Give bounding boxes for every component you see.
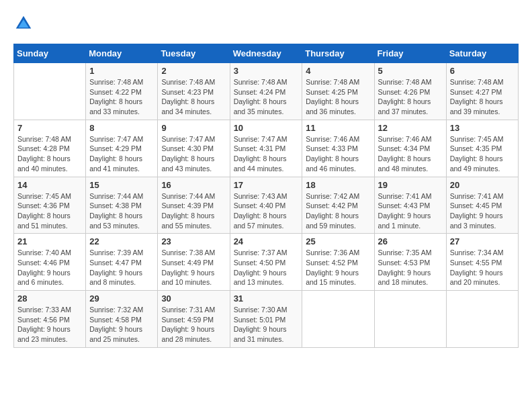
weekday-header-monday: Monday xyxy=(86,44,158,63)
day-number: 10 xyxy=(234,123,299,133)
calendar-body: 1Sunrise: 7:48 AM Sunset: 4:22 PM Daylig… xyxy=(14,63,519,348)
day-number: 20 xyxy=(450,180,515,190)
calendar-week-4: 21Sunrise: 7:40 AM Sunset: 4:46 PM Dayli… xyxy=(14,234,519,291)
calendar-cell: 31Sunrise: 7:30 AM Sunset: 5:01 PM Dayli… xyxy=(230,291,302,348)
day-detail: Sunrise: 7:33 AM Sunset: 4:56 PM Dayligh… xyxy=(17,305,82,345)
weekday-header-tuesday: Tuesday xyxy=(158,44,230,63)
calendar-cell: 23Sunrise: 7:38 AM Sunset: 4:49 PM Dayli… xyxy=(158,234,230,291)
calendar-header-row: SundayMondayTuesdayWednesdayThursdayFrid… xyxy=(14,44,519,63)
calendar-cell: 11Sunrise: 7:46 AM Sunset: 4:33 PM Dayli… xyxy=(302,120,374,177)
day-number: 17 xyxy=(234,180,299,190)
calendar-cell: 26Sunrise: 7:35 AM Sunset: 4:53 PM Dayli… xyxy=(374,234,446,291)
calendar-cell: 13Sunrise: 7:45 AM Sunset: 4:35 PM Dayli… xyxy=(446,120,518,177)
calendar-cell: 5Sunrise: 7:48 AM Sunset: 4:26 PM Daylig… xyxy=(374,63,446,120)
day-detail: Sunrise: 7:46 AM Sunset: 4:33 PM Dayligh… xyxy=(306,134,370,174)
day-detail: Sunrise: 7:48 AM Sunset: 4:28 PM Dayligh… xyxy=(17,134,82,174)
calendar-cell: 29Sunrise: 7:32 AM Sunset: 4:58 PM Dayli… xyxy=(86,291,158,348)
day-number: 7 xyxy=(17,123,82,133)
day-detail: Sunrise: 7:37 AM Sunset: 4:50 PM Dayligh… xyxy=(234,248,299,287)
day-detail: Sunrise: 7:42 AM Sunset: 4:42 PM Dayligh… xyxy=(306,191,370,231)
day-number: 2 xyxy=(161,66,226,76)
calendar-cell: 14Sunrise: 7:45 AM Sunset: 4:36 PM Dayli… xyxy=(14,177,86,234)
calendar-cell: 27Sunrise: 7:34 AM Sunset: 4:55 PM Dayli… xyxy=(446,234,518,291)
page-header xyxy=(13,13,519,34)
calendar-cell: 10Sunrise: 7:47 AM Sunset: 4:31 PM Dayli… xyxy=(230,120,302,177)
calendar-cell: 30Sunrise: 7:31 AM Sunset: 4:59 PM Dayli… xyxy=(158,291,230,348)
weekday-header-thursday: Thursday xyxy=(302,44,374,63)
day-detail: Sunrise: 7:48 AM Sunset: 4:22 PM Dayligh… xyxy=(89,77,154,117)
calendar-cell: 6Sunrise: 7:48 AM Sunset: 4:27 PM Daylig… xyxy=(446,63,518,120)
weekday-header-wednesday: Wednesday xyxy=(230,44,302,63)
day-number: 8 xyxy=(89,123,154,133)
day-number: 11 xyxy=(306,123,370,133)
day-number: 15 xyxy=(89,180,154,190)
calendar-cell xyxy=(446,291,518,348)
day-number: 30 xyxy=(161,293,226,304)
day-detail: Sunrise: 7:43 AM Sunset: 4:40 PM Dayligh… xyxy=(234,191,299,231)
calendar-cell: 9Sunrise: 7:47 AM Sunset: 4:30 PM Daylig… xyxy=(158,120,230,177)
day-number: 6 xyxy=(450,66,515,76)
day-number: 5 xyxy=(378,66,443,76)
day-detail: Sunrise: 7:44 AM Sunset: 4:39 PM Dayligh… xyxy=(161,191,226,231)
calendar-cell: 21Sunrise: 7:40 AM Sunset: 4:46 PM Dayli… xyxy=(14,234,86,291)
day-number: 21 xyxy=(17,236,82,246)
day-detail: Sunrise: 7:30 AM Sunset: 5:01 PM Dayligh… xyxy=(234,305,299,345)
day-number: 24 xyxy=(234,236,299,246)
day-detail: Sunrise: 7:45 AM Sunset: 4:35 PM Dayligh… xyxy=(450,134,515,174)
day-number: 13 xyxy=(450,123,515,133)
calendar-cell: 1Sunrise: 7:48 AM Sunset: 4:22 PM Daylig… xyxy=(86,63,158,120)
day-detail: Sunrise: 7:34 AM Sunset: 4:55 PM Dayligh… xyxy=(450,248,515,287)
day-number: 12 xyxy=(378,123,443,133)
day-detail: Sunrise: 7:45 AM Sunset: 4:36 PM Dayligh… xyxy=(17,191,82,231)
weekday-header-friday: Friday xyxy=(374,44,446,63)
day-detail: Sunrise: 7:48 AM Sunset: 4:25 PM Dayligh… xyxy=(306,77,370,117)
calendar-cell: 7Sunrise: 7:48 AM Sunset: 4:28 PM Daylig… xyxy=(14,120,86,177)
day-detail: Sunrise: 7:41 AM Sunset: 4:45 PM Dayligh… xyxy=(450,191,515,231)
weekday-header-saturday: Saturday xyxy=(446,44,518,63)
day-number: 14 xyxy=(17,180,82,190)
calendar-cell: 4Sunrise: 7:48 AM Sunset: 4:25 PM Daylig… xyxy=(302,63,374,120)
calendar-cell: 24Sunrise: 7:37 AM Sunset: 4:50 PM Dayli… xyxy=(230,234,302,291)
day-detail: Sunrise: 7:44 AM Sunset: 4:38 PM Dayligh… xyxy=(89,191,154,231)
day-number: 22 xyxy=(89,236,154,246)
day-number: 28 xyxy=(17,293,82,304)
day-detail: Sunrise: 7:41 AM Sunset: 4:43 PM Dayligh… xyxy=(378,191,443,231)
calendar-cell xyxy=(374,291,446,348)
calendar-week-3: 14Sunrise: 7:45 AM Sunset: 4:36 PM Dayli… xyxy=(14,177,519,234)
calendar-cell: 20Sunrise: 7:41 AM Sunset: 4:45 PM Dayli… xyxy=(446,177,518,234)
logo-icon xyxy=(13,13,34,34)
day-detail: Sunrise: 7:48 AM Sunset: 4:26 PM Dayligh… xyxy=(378,77,443,117)
calendar-cell: 15Sunrise: 7:44 AM Sunset: 4:38 PM Dayli… xyxy=(86,177,158,234)
day-detail: Sunrise: 7:47 AM Sunset: 4:31 PM Dayligh… xyxy=(234,134,299,174)
day-detail: Sunrise: 7:36 AM Sunset: 4:52 PM Dayligh… xyxy=(306,248,370,287)
logo xyxy=(13,13,36,34)
day-number: 23 xyxy=(161,236,226,246)
day-number: 4 xyxy=(306,66,370,76)
calendar-cell: 16Sunrise: 7:44 AM Sunset: 4:39 PM Dayli… xyxy=(158,177,230,234)
day-detail: Sunrise: 7:40 AM Sunset: 4:46 PM Dayligh… xyxy=(17,248,82,287)
day-number: 3 xyxy=(234,66,299,76)
calendar-cell: 17Sunrise: 7:43 AM Sunset: 4:40 PM Dayli… xyxy=(230,177,302,234)
calendar-week-1: 1Sunrise: 7:48 AM Sunset: 4:22 PM Daylig… xyxy=(14,63,519,120)
calendar-cell: 19Sunrise: 7:41 AM Sunset: 4:43 PM Dayli… xyxy=(374,177,446,234)
calendar-cell: 3Sunrise: 7:48 AM Sunset: 4:24 PM Daylig… xyxy=(230,63,302,120)
calendar-week-2: 7Sunrise: 7:48 AM Sunset: 4:28 PM Daylig… xyxy=(14,120,519,177)
day-number: 26 xyxy=(378,236,443,246)
calendar-cell xyxy=(14,63,86,120)
day-detail: Sunrise: 7:47 AM Sunset: 4:29 PM Dayligh… xyxy=(89,134,154,174)
day-detail: Sunrise: 7:38 AM Sunset: 4:49 PM Dayligh… xyxy=(161,248,226,287)
day-number: 1 xyxy=(89,66,154,76)
day-number: 25 xyxy=(306,236,370,246)
day-number: 16 xyxy=(161,180,226,190)
day-number: 31 xyxy=(234,293,299,304)
calendar-cell xyxy=(302,291,374,348)
calendar-cell: 8Sunrise: 7:47 AM Sunset: 4:29 PM Daylig… xyxy=(86,120,158,177)
day-detail: Sunrise: 7:47 AM Sunset: 4:30 PM Dayligh… xyxy=(161,134,226,174)
day-number: 19 xyxy=(378,180,443,190)
day-detail: Sunrise: 7:32 AM Sunset: 4:58 PM Dayligh… xyxy=(89,305,154,345)
day-number: 9 xyxy=(161,123,226,133)
day-detail: Sunrise: 7:31 AM Sunset: 4:59 PM Dayligh… xyxy=(161,305,226,345)
day-number: 18 xyxy=(306,180,370,190)
calendar-cell: 12Sunrise: 7:46 AM Sunset: 4:34 PM Dayli… xyxy=(374,120,446,177)
weekday-header-sunday: Sunday xyxy=(14,44,86,63)
